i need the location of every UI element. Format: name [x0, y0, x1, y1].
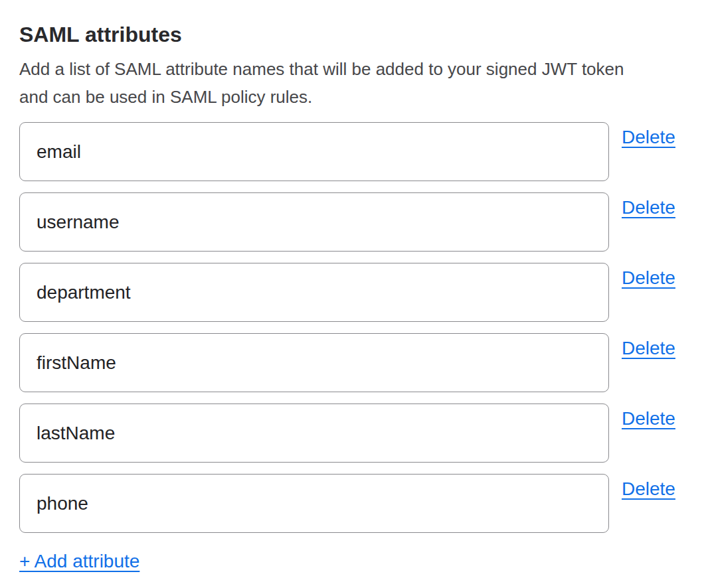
add-attribute-link[interactable]: + Add attribute [19, 550, 139, 573]
attribute-input-department[interactable] [19, 263, 609, 322]
delete-attribute-link[interactable]: Delete [622, 267, 675, 289]
delete-attribute-link[interactable]: Delete [622, 196, 675, 219]
section-description: Add a list of SAML attribute names that … [19, 55, 644, 111]
attribute-input-username[interactable] [19, 192, 609, 252]
attribute-input-firstname[interactable] [19, 333, 609, 392]
delete-attribute-link[interactable]: Delete [622, 126, 675, 149]
section-title: SAML attributes [19, 21, 679, 48]
delete-attribute-link[interactable]: Delete [622, 407, 675, 430]
attribute-input-lastname[interactable] [19, 404, 609, 463]
attribute-row: Delete [19, 263, 679, 322]
attribute-row: Delete [19, 192, 679, 252]
attribute-row: Delete [19, 474, 679, 533]
delete-attribute-link[interactable]: Delete [622, 337, 675, 360]
attribute-row: Delete [19, 122, 679, 181]
attribute-input-phone[interactable] [19, 474, 609, 533]
saml-attributes-section: SAML attributes Add a list of SAML attri… [0, 0, 708, 588]
delete-attribute-link[interactable]: Delete [622, 478, 675, 500]
attribute-row: Delete [19, 333, 679, 392]
attribute-input-email[interactable] [19, 122, 609, 181]
attribute-row: Delete [19, 404, 679, 463]
